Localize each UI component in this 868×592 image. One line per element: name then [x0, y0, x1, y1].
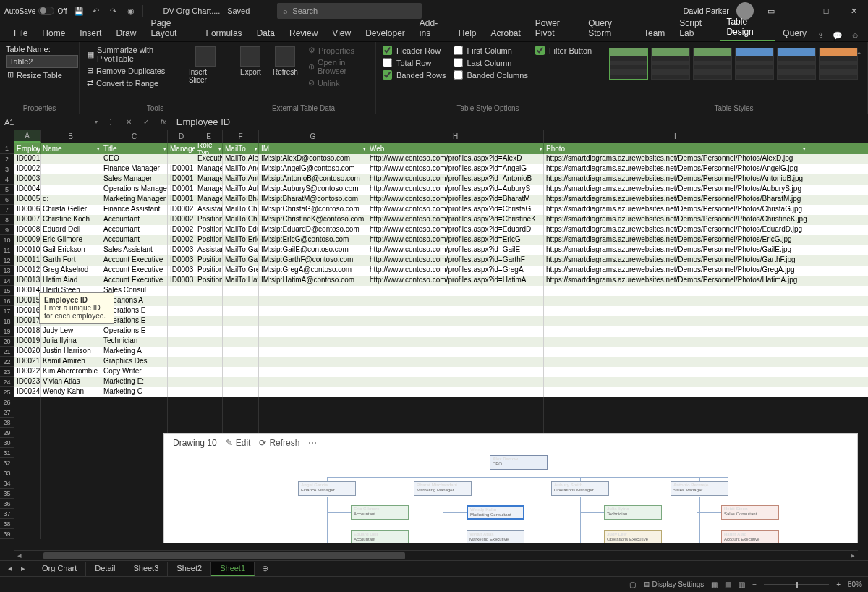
cell[interactable] — [41, 428, 101, 438]
cell[interactable]: http://www.contoso.com/profiles.aspx?id=… — [367, 154, 544, 164]
name-box[interactable]: A1▾ — [0, 114, 101, 130]
cell[interactable]: ID0003 — [168, 276, 195, 286]
cell[interactable]: ID0003 — [168, 245, 195, 255]
cell[interactable]: Wendy Kahn — [41, 387, 101, 397]
ribbon-tab-page-layout[interactable]: Page Layout — [144, 15, 197, 41]
share-icon[interactable]: ⇪ — [814, 30, 826, 41]
maximize-icon[interactable]: □ — [816, 4, 836, 18]
cell[interactable] — [544, 286, 807, 296]
cell[interactable] — [168, 306, 195, 316]
cell[interactable]: http://www.contoso.com/profiles.aspx?id=… — [367, 215, 544, 225]
cell[interactable] — [101, 418, 168, 428]
cell[interactable]: ID0001 — [168, 174, 195, 185]
cell[interactable] — [259, 306, 367, 316]
cell[interactable] — [168, 316, 195, 326]
cell[interactable]: IM:sip:AlexD@contoso.com — [259, 154, 367, 164]
cell[interactable] — [367, 316, 544, 326]
cell[interactable]: Account Executive — [101, 266, 168, 276]
cell[interactable] — [223, 418, 259, 428]
org-node[interactable]: Angel GarciaFinance Manager — [298, 481, 356, 496]
ribbon-tab-query[interactable]: Query — [776, 25, 813, 41]
resize-table-button[interactable]: ⊞Resize Table — [6, 69, 78, 80]
cell[interactable] — [367, 407, 544, 418]
cell[interactable]: ID0010 — [14, 245, 41, 255]
search-box[interactable]: ⌕ Search — [277, 3, 422, 19]
cell[interactable] — [259, 357, 367, 367]
table-header[interactable]: Manager▾ — [168, 143, 195, 154]
ribbon-tab-add-ins[interactable]: Add-ins — [413, 15, 451, 41]
cell[interactable] — [367, 347, 544, 357]
cell[interactable] — [259, 397, 367, 407]
cell[interactable]: IM:sip:ChristineK@contoso.com — [259, 215, 367, 225]
redo-icon[interactable]: ↷ — [108, 5, 119, 17]
cell[interactable]: Finance Manager — [101, 164, 168, 174]
document-name[interactable]: DV Org Chart.... - Saved — [163, 7, 250, 15]
cell[interactable]: https://smartdiagrams.azurewebsites.net/… — [544, 174, 807, 185]
cell[interactable]: Manager — [195, 195, 223, 205]
cell[interactable]: https://smartdiagrams.azurewebsites.net/… — [544, 215, 807, 225]
cell[interactable]: Sales Manager — [101, 174, 168, 185]
macro-record-icon[interactable]: ▢ — [629, 580, 636, 588]
record-icon[interactable]: ◉ — [125, 5, 137, 17]
cell[interactable] — [168, 326, 195, 337]
cell[interactable]: ID0003 — [14, 174, 41, 185]
cell[interactable] — [14, 458, 41, 468]
cell[interactable]: Position — [195, 266, 223, 276]
last-col-check[interactable]: Last Column — [453, 57, 529, 68]
cell[interactable]: ID0018 — [14, 326, 41, 337]
banded-rows-check[interactable]: Banded Rows — [382, 69, 447, 80]
cell[interactable]: Technician — [101, 337, 168, 347]
cell[interactable] — [544, 326, 807, 337]
cell[interactable]: Hatim Aiad — [41, 276, 101, 286]
cell[interactable] — [14, 428, 41, 438]
cell[interactable]: ID0005 — [14, 195, 41, 205]
cell[interactable]: Marketing C — [101, 387, 168, 397]
cell[interactable] — [367, 357, 544, 367]
org-node[interactable]: Aubury SmithOperations Manager — [551, 481, 609, 496]
cell[interactable]: https://smartdiagrams.azurewebsites.net/… — [544, 245, 807, 255]
cell[interactable]: Graphics Des — [101, 357, 168, 367]
cell[interactable]: ID0020 — [14, 347, 41, 357]
org-node[interactable]: Wendy KahnMarketing Consultant — [467, 505, 524, 520]
cell[interactable] — [101, 458, 168, 468]
insert-slicer-button[interactable]: Insert Slicer — [186, 45, 225, 103]
ribbon-tab-power-pivot[interactable]: Power Pivot — [529, 15, 580, 41]
cell[interactable]: ID0001 — [168, 164, 195, 174]
pivot-button[interactable]: ▦Summarize with PivotTable — [85, 45, 180, 64]
cell[interactable]: Marketing A — [101, 347, 168, 357]
cell[interactable]: MailTo:Gar — [223, 255, 259, 266]
cell[interactable]: ID0002 — [168, 215, 195, 225]
cell[interactable] — [259, 387, 367, 397]
cell[interactable]: Eric Gilmore — [41, 235, 101, 245]
cell[interactable] — [367, 306, 544, 316]
cancel-icon[interactable]: ✕ — [120, 118, 137, 126]
cell[interactable]: Gail Erickson — [41, 245, 101, 255]
cell[interactable] — [14, 489, 41, 499]
cell[interactable] — [101, 428, 168, 438]
cell[interactable] — [41, 164, 101, 174]
cell[interactable] — [14, 499, 41, 509]
close-icon[interactable]: ✕ — [843, 4, 864, 18]
col-header[interactable]: D — [168, 130, 195, 143]
more-icon[interactable]: ⋮ — [101, 118, 120, 126]
cell[interactable]: https://smartdiagrams.azurewebsites.net/… — [544, 225, 807, 235]
org-node[interactable]: Julia IlyinaTechnician — [604, 505, 662, 520]
cell[interactable] — [14, 509, 41, 519]
cell[interactable]: Vivian Atlas — [41, 377, 101, 387]
visio-refresh-button[interactable]: ⟳ Refresh — [259, 438, 299, 448]
table-style-5[interactable] — [777, 48, 816, 80]
cell[interactable]: http://www.contoso.com/profiles.aspx?id=… — [367, 195, 544, 205]
horizontal-scrollbar[interactable]: ◂ ▸ — [14, 550, 858, 560]
cell[interactable]: ID0013 — [14, 276, 41, 286]
cell[interactable] — [367, 296, 544, 306]
ribbon-tab-team[interactable]: Team — [637, 25, 671, 41]
cell[interactable] — [223, 316, 259, 326]
cell[interactable]: ID0001 — [168, 195, 195, 205]
table-style-2[interactable] — [651, 48, 690, 80]
cell[interactable]: Manager — [195, 164, 223, 174]
cell[interactable] — [195, 387, 223, 397]
cell[interactable]: ID0001 — [168, 185, 195, 195]
visio-more-icon[interactable]: ⋯ — [308, 438, 317, 448]
ribbon-tab-view[interactable]: View — [326, 25, 357, 41]
cell[interactable]: Accountant — [101, 215, 168, 225]
